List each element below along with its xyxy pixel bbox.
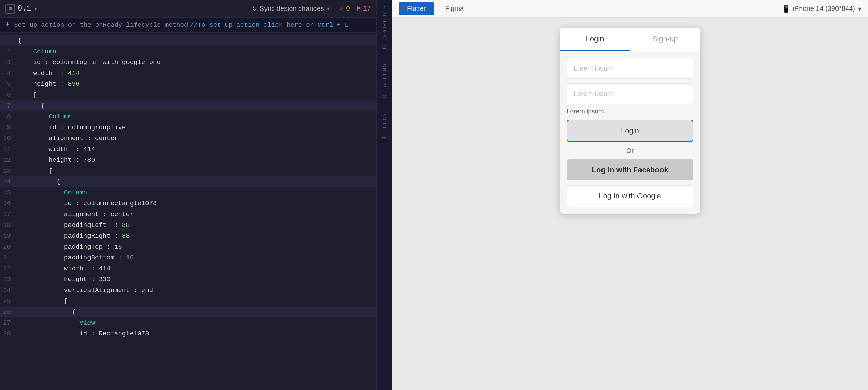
file-icon-symbol: ⊡ bbox=[9, 6, 12, 12]
code-line: 3 id : columnlog in with google one bbox=[0, 57, 376, 68]
line-number: 27 bbox=[0, 318, 18, 328]
line-number: 14 bbox=[0, 177, 18, 187]
line-number: 2 bbox=[0, 46, 18, 57]
line-content: { bbox=[18, 101, 376, 111]
line-number: 24 bbox=[0, 285, 18, 295]
sync-icon: ↻ bbox=[252, 5, 257, 13]
lifecycle-link[interactable]: //To set up action click here or Ctrl + … bbox=[190, 21, 348, 29]
device-label: iPhone 14 (390*844) bbox=[793, 5, 855, 13]
code-line: 14 { bbox=[0, 176, 376, 187]
line-content: { bbox=[18, 307, 376, 317]
shortcuts-group: SHORTCUTS ⊞ bbox=[382, 3, 387, 54]
code-line: 25 [ bbox=[0, 296, 376, 307]
lifecycle-plus-icon: + bbox=[5, 21, 10, 29]
line-number: 8 bbox=[0, 112, 18, 122]
device-dropdown-icon[interactable]: ▾ bbox=[858, 5, 861, 13]
code-line: 24 verticalAlignment : end bbox=[0, 285, 376, 296]
line-number: 18 bbox=[0, 220, 18, 230]
warning-badge: ⚠ 0 bbox=[340, 4, 350, 13]
password-placeholder: Lorem ipsum bbox=[574, 90, 613, 97]
sync-dropdown-icon[interactable]: ▾ bbox=[327, 5, 330, 12]
code-line: 1{ bbox=[0, 35, 376, 46]
line-content: paddingTop : 16 bbox=[18, 242, 376, 252]
line-number: 12 bbox=[0, 155, 18, 165]
docs-label[interactable]: DOCS bbox=[382, 110, 387, 131]
code-line: 28 id : Rectangle1078 bbox=[0, 328, 376, 339]
line-content: id : Rectangle1078 bbox=[18, 329, 376, 339]
chevron-down-icon[interactable]: ▾ bbox=[34, 5, 38, 13]
line-content: [ bbox=[18, 296, 376, 306]
phone-icon: 📱 bbox=[782, 5, 790, 13]
tab-login[interactable]: Login bbox=[560, 28, 630, 51]
topbar-right: ↻ Sync design changes ▾ ⚠ 0 ⚑ 17 bbox=[249, 3, 371, 15]
line-content: width : 414 bbox=[18, 144, 376, 154]
line-number: 16 bbox=[0, 198, 18, 209]
line-content: alignment : center bbox=[18, 209, 376, 219]
code-line: 10 alignment : center bbox=[0, 133, 376, 144]
code-line: 4 width : 414 bbox=[0, 68, 376, 79]
google-login-button[interactable]: Log In with Google bbox=[567, 185, 693, 207]
line-number: 13 bbox=[0, 166, 18, 176]
facebook-login-button[interactable]: Log In with Facebook bbox=[567, 159, 693, 180]
warning-icon: ⚠ bbox=[340, 4, 344, 13]
actions-label[interactable]: ACTIONS bbox=[382, 61, 387, 90]
app-tabs: Login Sign-up bbox=[560, 28, 700, 51]
line-number: 22 bbox=[0, 264, 18, 274]
line-number: 20 bbox=[0, 242, 18, 252]
line-number: 11 bbox=[0, 144, 18, 154]
lifecycle-text: Set up action on the onReady lifecycle m… bbox=[14, 21, 188, 29]
password-input[interactable]: Lorem ipsum bbox=[567, 83, 693, 104]
line-number: 3 bbox=[0, 57, 18, 67]
shortcuts-label[interactable]: SHORTCUTS bbox=[382, 3, 387, 41]
line-number: 4 bbox=[0, 68, 18, 78]
line-number: 19 bbox=[0, 231, 18, 241]
line-number: 6 bbox=[0, 90, 18, 100]
code-line: 12 height : 780 bbox=[0, 155, 376, 165]
actions-icon[interactable]: ⊙ bbox=[382, 90, 386, 103]
line-content: id : columngroupfive bbox=[18, 122, 376, 133]
preview-panel: Flutter Figma 📱 iPhone 14 (390*844) ▾ Lo… bbox=[392, 0, 868, 390]
grid-icon[interactable]: ⊞ bbox=[382, 41, 386, 54]
login-button[interactable]: Login bbox=[567, 120, 693, 142]
line-number: 23 bbox=[0, 274, 18, 285]
line-content: alignment : center bbox=[18, 133, 376, 143]
tab-login-label: Login bbox=[586, 35, 604, 43]
line-content: verticalAlignment : end bbox=[18, 285, 376, 295]
line-content: { bbox=[18, 36, 376, 46]
code-line: 5 height : 896 bbox=[0, 79, 376, 90]
code-line: 26 { bbox=[0, 307, 376, 317]
code-line: 17 alignment : center bbox=[0, 209, 376, 220]
code-line: 15 Column bbox=[0, 187, 376, 198]
file-name[interactable]: 0.1 bbox=[18, 4, 31, 13]
line-content: Column bbox=[18, 188, 376, 198]
line-content: height : 330 bbox=[18, 274, 376, 285]
docs-icon[interactable]: ⊟ bbox=[382, 131, 386, 144]
line-number: 9 bbox=[0, 122, 18, 133]
forgot-password-link[interactable]: Lorem ipsum bbox=[567, 108, 693, 115]
device-selector[interactable]: 📱 iPhone 14 (390*844) ▾ bbox=[782, 5, 861, 13]
code-line: 6 [ bbox=[0, 90, 376, 100]
code-line: 21 paddingBottom : 16 bbox=[0, 252, 376, 263]
figma-button[interactable]: Figma bbox=[440, 2, 470, 15]
line-number: 1 bbox=[0, 36, 18, 46]
code-line: 2 Column bbox=[0, 46, 376, 57]
file-indicator: ⊡ 0.1 ▾ bbox=[5, 4, 37, 14]
sync-button[interactable]: ↻ Sync design changes ▾ bbox=[249, 3, 333, 15]
lifecycle-bar: + Set up action on the onReady lifecycle… bbox=[0, 18, 376, 33]
line-content: paddingLeft : 88 bbox=[18, 220, 376, 230]
line-content: paddingRight : 88 bbox=[18, 231, 376, 241]
line-number: 21 bbox=[0, 253, 18, 263]
line-number: 15 bbox=[0, 188, 18, 198]
code-line: 18 paddingLeft : 88 bbox=[0, 220, 376, 231]
code-area[interactable]: 1{ 2 Column3 id : columnlog in with goog… bbox=[0, 33, 376, 390]
line-content: width : 414 bbox=[18, 68, 376, 78]
side-icons-panel: SHORTCUTS ⊞ ACTIONS ⊙ DOCS ⊟ bbox=[376, 0, 392, 390]
flutter-button[interactable]: Flutter bbox=[399, 2, 434, 15]
line-number: 25 bbox=[0, 296, 18, 306]
username-input[interactable]: Lorem ipsum bbox=[567, 58, 693, 79]
line-content: View bbox=[18, 318, 376, 328]
line-content: paddingBottom : 16 bbox=[18, 253, 376, 263]
code-line: 11 width : 414 bbox=[0, 144, 376, 155]
tab-signup[interactable]: Sign-up bbox=[630, 28, 700, 51]
line-number: 26 bbox=[0, 307, 18, 317]
